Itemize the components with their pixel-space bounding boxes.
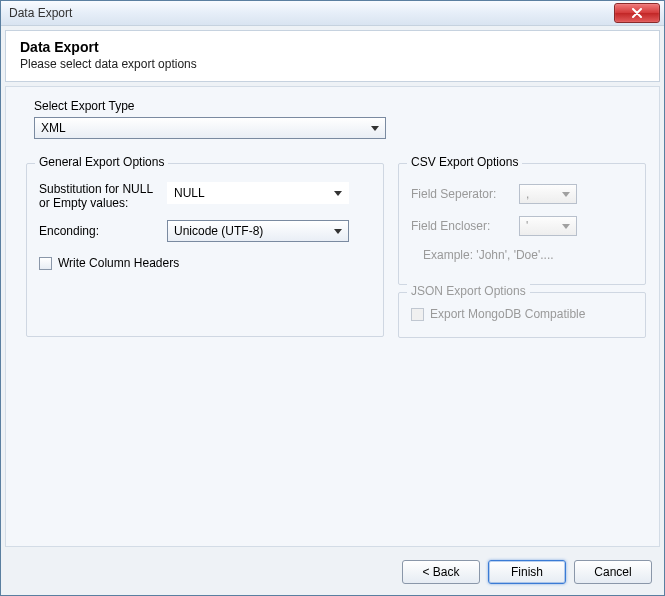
- csv-encloser-select: ': [519, 216, 577, 236]
- export-type-select[interactable]: XML: [34, 117, 386, 139]
- json-mongo-row: Export MongoDB Compatible: [411, 307, 585, 321]
- finish-button[interactable]: Finish: [488, 560, 566, 584]
- export-type-label: Select Export Type: [34, 99, 135, 113]
- json-mongo-checkbox: [411, 308, 424, 321]
- csv-separator-select: ,: [519, 184, 577, 204]
- json-mongo-label: Export MongoDB Compatible: [430, 307, 585, 321]
- csv-separator-value: ,: [526, 187, 529, 201]
- csv-options-group: CSV Export Options Field Seperator: , Fi…: [398, 163, 646, 285]
- csv-options-legend: CSV Export Options: [407, 155, 522, 169]
- write-headers-checkbox[interactable]: [39, 257, 52, 270]
- csv-separator-label: Field Seperator:: [411, 187, 511, 201]
- chevron-down-icon: [557, 218, 575, 234]
- write-headers-row: Write Column Headers: [39, 256, 179, 270]
- general-options-group: General Export Options Substitution for …: [26, 163, 384, 337]
- json-options-legend: JSON Export Options: [407, 284, 530, 298]
- dialog-window: Data Export Data Export Please select da…: [0, 0, 665, 596]
- cancel-button[interactable]: Cancel: [574, 560, 652, 584]
- null-substitution-label: Substitution for NULL or Empty values:: [39, 182, 159, 210]
- content-area: Select Export Type XML General Export Op…: [5, 86, 660, 547]
- encoding-select[interactable]: Unicode (UTF-8): [167, 220, 349, 242]
- back-button[interactable]: < Back: [402, 560, 480, 584]
- null-substitution-value: NULL: [174, 186, 205, 200]
- encoding-label: Enconding:: [39, 224, 99, 238]
- csv-encloser-label: Field Encloser:: [411, 219, 511, 233]
- chevron-down-icon: [557, 186, 575, 202]
- chevron-down-icon: [330, 183, 346, 203]
- titlebar: Data Export: [1, 1, 664, 26]
- chevron-down-icon: [329, 222, 347, 240]
- csv-encloser-row: Field Encloser: ': [411, 216, 577, 236]
- close-icon: [632, 8, 642, 18]
- chevron-down-icon: [366, 119, 384, 137]
- csv-example-text: Example: 'John', 'Doe'....: [423, 248, 554, 262]
- encoding-value: Unicode (UTF-8): [174, 224, 263, 238]
- page-subtitle: Please select data export options: [20, 57, 645, 71]
- footer: < Back Finish Cancel: [5, 551, 660, 593]
- close-button[interactable]: [614, 3, 660, 23]
- page-title: Data Export: [20, 39, 645, 55]
- json-options-group: JSON Export Options Export MongoDB Compa…: [398, 292, 646, 338]
- header-panel: Data Export Please select data export op…: [5, 30, 660, 82]
- null-substitution-select[interactable]: NULL: [167, 182, 349, 204]
- csv-separator-row: Field Seperator: ,: [411, 184, 577, 204]
- csv-encloser-value: ': [526, 219, 528, 233]
- window-title: Data Export: [9, 6, 72, 20]
- general-options-legend: General Export Options: [35, 155, 168, 169]
- write-headers-label: Write Column Headers: [58, 256, 179, 270]
- export-type-value: XML: [41, 121, 66, 135]
